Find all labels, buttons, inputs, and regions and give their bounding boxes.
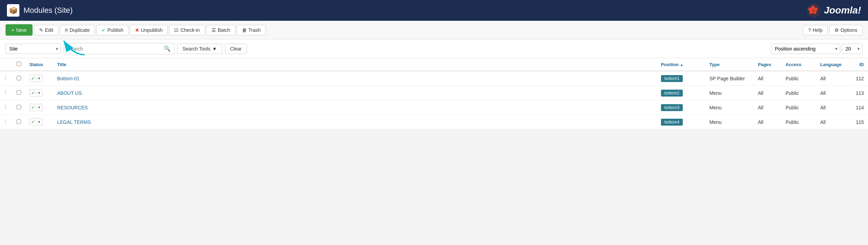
col-header-status[interactable]: Status xyxy=(25,58,53,71)
row-status-cell: ✔ ▼ xyxy=(25,86,53,100)
row-title-link[interactable]: RESOURCES xyxy=(57,105,88,110)
row-status-cell: ✔ ▼ xyxy=(25,115,53,129)
row-title-link[interactable]: LEGAL TERMS xyxy=(57,119,91,125)
row-checkbox-cell[interactable] xyxy=(12,71,25,86)
status-check-icon: ✔ xyxy=(31,105,35,110)
row-title-cell: Bottom-01 xyxy=(53,71,657,86)
status-dropdown-icon[interactable]: ▼ xyxy=(36,76,41,80)
search-input[interactable] xyxy=(64,44,160,54)
batch-button[interactable]: ☰ Batch xyxy=(206,25,235,35)
row-pages-value: All xyxy=(758,76,763,81)
row-pages-value: All xyxy=(758,90,763,96)
row-access-cell: Public xyxy=(781,71,816,86)
clear-label: Clear xyxy=(230,46,242,52)
publish-button[interactable]: ✔ Publish xyxy=(96,25,128,35)
status-dropdown-icon[interactable]: ▼ xyxy=(36,120,41,124)
drag-handle-cell[interactable]: ⠇ xyxy=(0,86,12,100)
row-type-cell: Menu xyxy=(705,100,754,115)
drag-handle-icon[interactable]: ⠇ xyxy=(4,105,8,110)
col-header-language[interactable]: Language xyxy=(816,58,851,71)
trash-icon: 🗑 xyxy=(242,27,247,33)
row-pages-cell: All xyxy=(754,86,781,100)
drag-handle-icon[interactable]: ⠇ xyxy=(4,75,8,81)
new-button[interactable]: + New xyxy=(6,24,33,36)
col-header-id[interactable]: ID xyxy=(851,58,868,71)
row-language-cell: All xyxy=(816,100,851,115)
per-page-select[interactable]: 20 xyxy=(842,44,862,54)
options-button[interactable]: ⚙ Options xyxy=(829,25,862,35)
drag-handle-icon[interactable]: ⠇ xyxy=(4,90,8,96)
col-header-type[interactable]: Type xyxy=(705,58,754,71)
row-access-value: Public xyxy=(786,90,799,96)
clear-button[interactable]: Clear xyxy=(225,44,247,54)
edit-button[interactable]: ✎ Edit xyxy=(34,25,59,35)
row-access-value: Public xyxy=(786,105,799,110)
joomla-flower-icon xyxy=(806,3,821,18)
row-type-value: Menu xyxy=(709,90,722,96)
row-checkbox[interactable] xyxy=(17,90,21,95)
drag-handle-cell[interactable]: ⠇ xyxy=(0,71,12,86)
row-checkbox-cell[interactable] xyxy=(12,115,25,129)
col-header-pages[interactable]: Pages xyxy=(754,58,781,71)
row-type-cell: Menu xyxy=(705,86,754,100)
row-checkbox[interactable] xyxy=(17,76,21,80)
module-icon: 📦 xyxy=(7,4,19,17)
row-access-cell: Public xyxy=(781,86,816,100)
sort-select[interactable]: Position ascending xyxy=(771,44,840,54)
table-row: ⠇ ✔ ▼ ABOUT US bottom2 Menu All Public A… xyxy=(0,86,868,100)
unpublish-label: Unpublish xyxy=(141,27,162,33)
row-language-value: All xyxy=(820,119,826,125)
unpublish-button[interactable]: ✖ Unpublish xyxy=(130,25,168,35)
publish-label: Publish xyxy=(107,27,123,33)
row-id-cell: 114 xyxy=(851,100,868,115)
row-id-value: 112 xyxy=(856,76,864,81)
joomla-text: Joomla! xyxy=(824,5,861,16)
drag-handle-cell[interactable]: ⠇ xyxy=(0,100,12,115)
status-badge: ✔ ▼ xyxy=(29,89,43,97)
duplicate-icon: ⎘ xyxy=(65,27,68,33)
row-position-cell: bottom1 xyxy=(657,71,705,86)
drag-handle-icon[interactable]: ⠇ xyxy=(4,119,8,125)
row-title-link[interactable]: ABOUT US xyxy=(57,90,82,96)
row-type-cell: SP Page Builder xyxy=(705,71,754,86)
page-title: Modules (Site) xyxy=(24,6,73,15)
row-id-cell: 113 xyxy=(851,86,868,100)
select-all-checkbox[interactable] xyxy=(17,62,21,66)
status-check-icon: ✔ xyxy=(31,90,35,96)
row-id-value: 115 xyxy=(856,119,864,125)
help-button[interactable]: ? Help xyxy=(803,25,828,35)
row-title-link[interactable]: Bottom-01 xyxy=(57,76,80,81)
status-check-icon: ✔ xyxy=(31,119,35,125)
status-badge: ✔ ▼ xyxy=(29,75,43,82)
col-header-access[interactable]: Access xyxy=(781,58,816,71)
table-header-row: Status Title Position Type Pages Access xyxy=(0,58,868,71)
row-checkbox[interactable] xyxy=(17,119,21,124)
row-checkbox[interactable] xyxy=(17,105,21,109)
row-checkbox-cell[interactable] xyxy=(12,86,25,100)
status-dropdown-icon[interactable]: ▼ xyxy=(36,91,41,95)
row-type-value: Menu xyxy=(709,105,722,110)
trash-button[interactable]: 🗑 Trash xyxy=(237,25,266,35)
help-label: Help xyxy=(813,27,823,33)
search-tools-arrow-icon: ▼ xyxy=(212,46,217,52)
row-language-value: All xyxy=(820,90,826,96)
col-header-checkbox[interactable] xyxy=(12,58,25,71)
col-header-title[interactable]: Title xyxy=(53,58,657,71)
search-submit-button[interactable]: 🔍 xyxy=(160,43,174,54)
table-row: ⠇ ✔ ▼ RESOURCES bottom3 Menu All Public … xyxy=(0,100,868,115)
search-tools-button[interactable]: Search Tools ▼ xyxy=(177,44,222,54)
row-title-cell: LEGAL TERMS xyxy=(53,115,657,129)
col-header-position[interactable]: Position xyxy=(657,58,705,71)
duplicate-button[interactable]: ⎘ Duplicate xyxy=(60,25,95,35)
row-status-cell: ✔ ▼ xyxy=(25,100,53,115)
checkin-button[interactable]: ☑ Check-in xyxy=(169,25,205,35)
row-checkbox-cell[interactable] xyxy=(12,100,25,115)
modules-table: Status Title Position Type Pages Access xyxy=(0,58,868,129)
row-id-cell: 112 xyxy=(851,71,868,86)
site-select[interactable]: Site xyxy=(6,44,61,54)
sort-controls: Position ascending ▼ 20 ▼ xyxy=(771,44,862,54)
row-language-cell: All xyxy=(816,71,851,86)
drag-handle-cell[interactable]: ⠇ xyxy=(0,115,12,129)
row-language-value: All xyxy=(820,105,826,110)
status-dropdown-icon[interactable]: ▼ xyxy=(36,106,41,109)
